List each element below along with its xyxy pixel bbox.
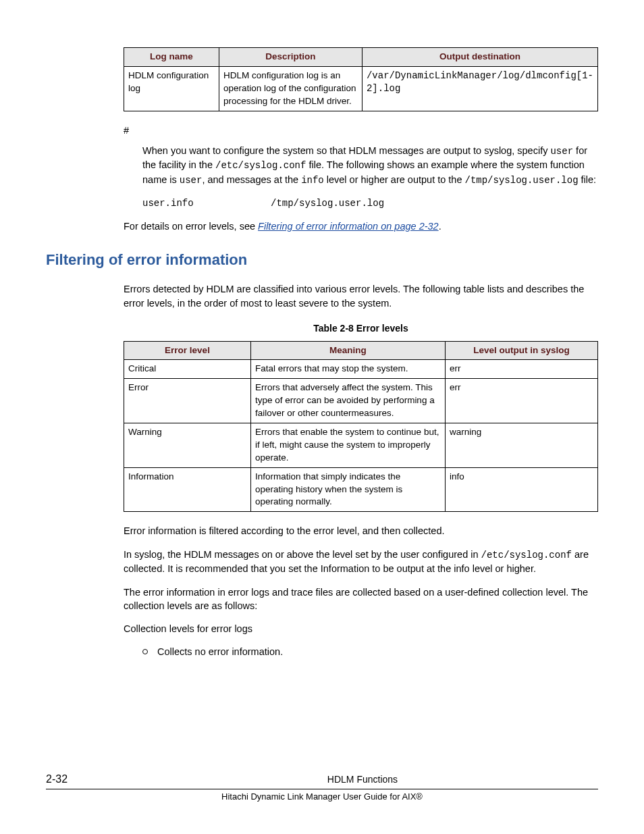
code: /etc/syslog.conf [215, 160, 306, 171]
t: file: [579, 174, 597, 185]
para-after2: In syslog, the HDLM messages on or above… [124, 548, 598, 576]
th-out: Output destination [362, 48, 597, 67]
footer-subtitle: Hitachi Dynamic Link Manager User Guide … [46, 791, 598, 803]
footer-title: HDLM Functions [127, 773, 598, 787]
cell-meaning: Fatal errors that may stop the system. [251, 360, 446, 379]
cell-level: Critical [124, 360, 251, 379]
cell-logname: HDLM configuration log [124, 66, 219, 111]
t: , and messages at the [202, 174, 301, 185]
cell-syslog: err [446, 379, 598, 423]
code-left: user.info [142, 197, 271, 211]
para-after1: Error information is filtered according … [124, 524, 598, 538]
cell-desc: HDLM configuration log is an operation l… [219, 66, 362, 111]
log-table: Log name Description Output destination … [124, 47, 598, 111]
cell-level: Information [124, 467, 251, 512]
th-syslog: Level output in syslog [446, 341, 598, 360]
cell-out: /var/DynamicLinkManager/log/dlmconfig[1-… [362, 66, 597, 111]
th-meaning: Meaning [251, 341, 446, 360]
cell-meaning: Information that simply indicates the op… [251, 467, 446, 512]
cell-syslog: err [446, 360, 598, 379]
para-after3: The error information in error logs and … [124, 585, 598, 613]
th-desc: Description [219, 48, 362, 67]
table-row: Warning Errors that enable the system to… [124, 423, 598, 467]
error-levels-table: Error level Meaning Level output in sysl… [124, 341, 598, 513]
code: user [550, 146, 573, 157]
cell-level: Warning [124, 423, 251, 467]
code: /tmp/syslog.user.log [465, 175, 579, 186]
table-row: Error Errors that adversely affect the s… [124, 379, 598, 423]
t: level or higher are output to the [324, 174, 465, 185]
cell-level: Error [124, 379, 251, 423]
code: /etc/syslog.conf [481, 550, 572, 561]
table-row: HDLM configuration log HDLM configuratio… [124, 66, 598, 111]
details-line: For details on error levels, see Filteri… [124, 219, 598, 233]
table2-caption: Table 2-8 Error levels [124, 322, 598, 336]
cell-syslog: info [446, 467, 598, 512]
code: info [301, 175, 324, 186]
t: When you want to configure the system so… [142, 145, 550, 156]
th-logname: Log name [124, 48, 219, 67]
cell-meaning: Errors that adversely affect the system.… [251, 379, 446, 423]
cell-syslog: warning [446, 423, 598, 467]
list-item: Collects no error information. [124, 645, 598, 658]
section-heading: Filtering of error information [46, 250, 598, 271]
page-footer: 2-32 HDLM Functions Hitachi Dynamic Link… [46, 772, 598, 803]
syslog-paragraph: When you want to configure the system so… [142, 144, 598, 188]
code: user [180, 175, 203, 186]
bullet-icon [142, 649, 148, 654]
th-level: Error level [124, 341, 251, 360]
code-example: user.info/tmp/syslog.user.log [142, 197, 598, 211]
table-row: Information Information that simply indi… [124, 467, 598, 512]
page-number: 2-32 [46, 772, 127, 787]
hash-note: # [124, 124, 598, 137]
cell-meaning: Errors that enable the system to continu… [251, 423, 446, 467]
t: For details on error levels, see [124, 221, 258, 232]
filtering-link[interactable]: Filtering of error information on page 2… [258, 221, 439, 232]
table-row: Critical Fatal errors that may stop the … [124, 360, 598, 379]
t: In syslog, the HDLM messages on or above… [124, 549, 481, 560]
filtering-intro: Errors detected by HDLM are classified i… [124, 282, 598, 310]
t: . [439, 221, 441, 232]
code-right: /tmp/syslog.user.log [271, 197, 384, 211]
collection-heading: Collection levels for error logs [124, 622, 598, 635]
bullet-text: Collects no error information. [157, 645, 283, 658]
